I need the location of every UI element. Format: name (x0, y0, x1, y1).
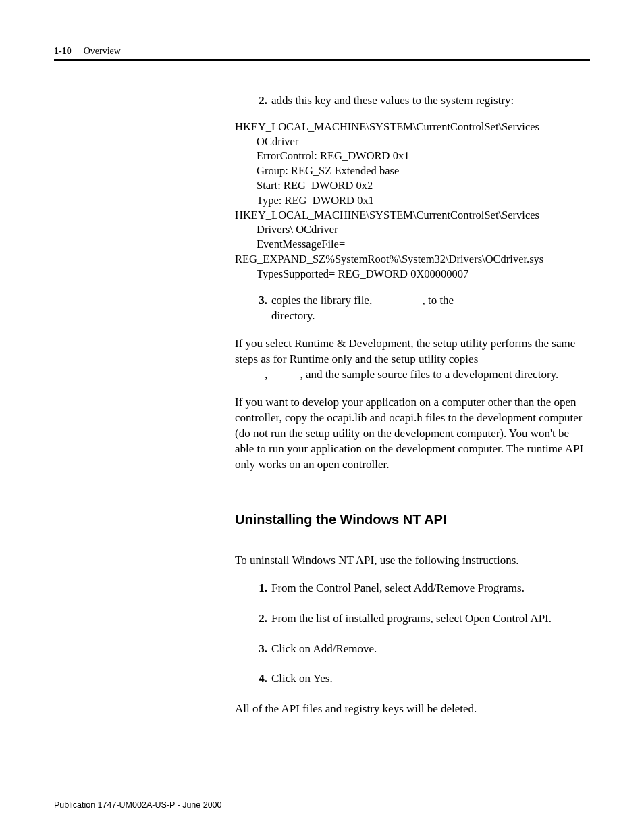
list-item-2: 2. adds this key and these values to the… (251, 93, 590, 109)
step-number: 4. (251, 671, 267, 687)
text-fragment: , to the (422, 294, 454, 307)
page-header: 1-10 Overview (54, 46, 590, 61)
reg-line: TypesSupported= REG_DWORD 0X00000007 (235, 267, 590, 282)
step-number: 3. (251, 642, 267, 657)
body-content: 2. adds this key and these values to the… (235, 93, 590, 717)
step-item: 2. From the list of installed programs, … (251, 611, 590, 627)
step-item: 3. Click on Add/Remove. (251, 642, 590, 657)
reg-line: Drivers\ OCdriver (235, 222, 590, 237)
text-fragment: , (265, 368, 271, 381)
publication-footer: Publication 1747-UM002A-US-P - June 2000 (54, 800, 222, 810)
text-fragment: copies the library file, (271, 294, 375, 307)
reg-line: HKEY_LOCAL_MACHINE\SYSTEM\CurrentControl… (235, 208, 590, 223)
list-text-line1: copies the library file, , to the (271, 293, 454, 309)
step-item: 4. Click on Yes. (251, 671, 590, 687)
text-fragment: , and the sample source files to a devel… (300, 368, 559, 381)
reg-line: Start: REG_DWORD 0x2 (235, 178, 590, 193)
intro-paragraph: To uninstall Windows NT API, use the fol… (235, 553, 590, 569)
registry-block: HKEY_LOCAL_MACHINE\SYSTEM\CurrentControl… (235, 120, 590, 281)
paragraph: If you want to develop your application … (235, 395, 590, 473)
closing-paragraph: All of the API files and registry keys w… (235, 702, 590, 717)
reg-line: REG_EXPAND_SZ%SystemRoot%\System32\Drive… (235, 252, 590, 267)
step-number: 2. (251, 611, 267, 627)
list-number: 2. (251, 93, 267, 109)
text-fragment: If you select Runtime & Development, the… (235, 337, 575, 365)
reg-line: HKEY_LOCAL_MACHINE\SYSTEM\CurrentControl… (235, 120, 590, 134)
step-number: 1. (251, 581, 267, 596)
page-number: 1-10 (54, 46, 72, 57)
reg-line: OCdriver (235, 134, 590, 149)
section-title: Overview (84, 46, 121, 57)
step-text: From the list of installed programs, sel… (271, 611, 552, 627)
reg-line: Group: REG_SZ Extended base (235, 163, 590, 178)
heading-uninstall: Uninstalling the Windows NT API (235, 511, 590, 529)
reg-line: EventMessageFile= (235, 237, 590, 252)
step-text: From the Control Panel, select Add/Remov… (271, 581, 525, 596)
step-text: Click on Yes. (271, 671, 333, 687)
list-text-line2: directory. (271, 309, 590, 324)
steps-list: 1. From the Control Panel, select Add/Re… (251, 581, 590, 687)
list-number: 3. (251, 293, 267, 309)
step-item: 1. From the Control Panel, select Add/Re… (251, 581, 590, 596)
reg-line: Type: REG_DWORD 0x1 (235, 193, 590, 208)
step-text: Click on Add/Remove. (271, 642, 377, 657)
list-item-3: 3. copies the library file, , to the dir… (251, 293, 590, 324)
reg-line: ErrorControl: REG_DWORD 0x1 (235, 149, 590, 163)
list-text: adds this key and these values to the sy… (271, 93, 514, 109)
paragraph: If you select Runtime & Development, the… (235, 336, 590, 383)
